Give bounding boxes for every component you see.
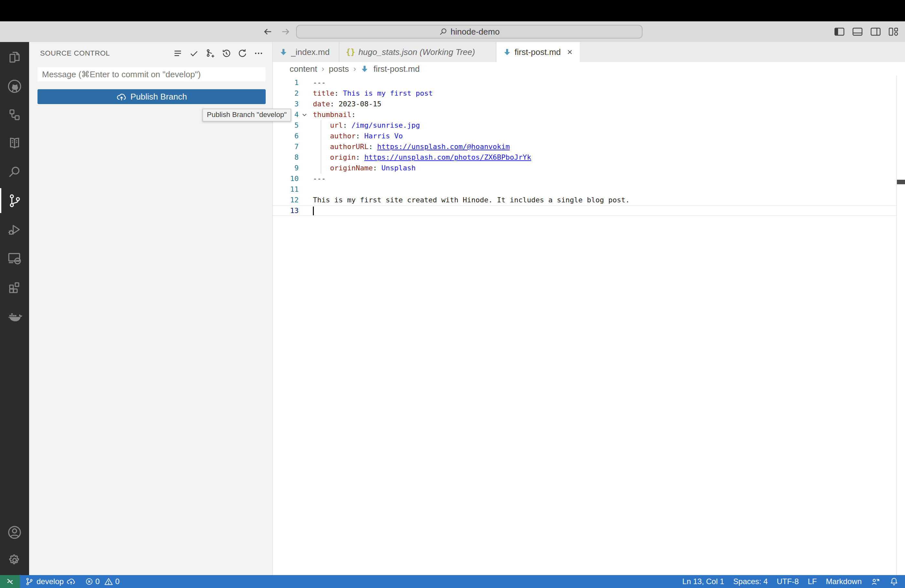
markdown-file-icon [279,48,287,56]
eol-status[interactable]: LF [808,577,817,586]
activity-account[interactable] [0,518,29,547]
problems-status-item[interactable]: 0 0 [85,577,119,586]
forward-arrow-icon[interactable] [281,27,291,37]
activity-docker[interactable] [0,302,29,331]
line-number: 12 [273,196,313,204]
commit-check-icon[interactable] [189,48,199,59]
back-arrow-icon[interactable] [262,27,273,37]
error-count: 0 [95,577,100,586]
command-center[interactable]: hinode-demo [296,25,643,38]
search-icon [439,27,447,36]
activity-explorer[interactable] [0,43,29,72]
sidebar-source-control: SOURCE CONTROL Publish Branch [29,42,273,575]
line-number: 2 [273,89,313,97]
refresh-icon[interactable] [237,48,248,59]
activity-docs[interactable] [0,129,29,157]
code-line[interactable]: 9 originName: Unsplash [273,163,897,173]
encoding-status[interactable]: UTF-8 [777,577,799,586]
tab-bar: _index.md {} hugo_stats.json (Working Tr… [273,42,905,62]
activity-hierarchy[interactable] [0,100,29,129]
tab-index-md[interactable]: _index.md [273,42,339,62]
error-icon [85,577,94,586]
publish-cloud-icon [66,577,76,586]
branch-status-item[interactable]: develop [25,577,76,586]
indentation-status[interactable]: Spaces: 4 [734,577,768,586]
code-line[interactable]: 2title: This is my first post [273,88,897,99]
code-line[interactable]: 11 [273,184,897,195]
publish-branch-button[interactable]: Publish Branch [38,89,266,104]
breadcrumb-folder[interactable]: content [290,64,317,74]
publish-branch-tooltip: Publish Branch "develop" [202,109,291,122]
breadcrumb: content › posts › first-post.md [273,62,905,76]
activity-remote-explorer[interactable] [0,244,29,272]
code-line[interactable]: 10--- [273,173,897,184]
activity-source-control[interactable] [0,186,29,215]
code-line[interactable]: 8 origin: https://unsplash.com/photos/ZX… [273,152,897,163]
view-as-list-icon[interactable] [173,48,183,59]
code-line[interactable]: 7 authorURL: https://unsplash.com/@hoanv… [273,141,897,152]
source-control-header: SOURCE CONTROL [29,42,272,65]
activity-github[interactable] [0,72,29,100]
markdown-file-icon [503,48,511,56]
line-number: 5 [273,121,313,129]
breadcrumb-folder[interactable]: posts [329,64,349,74]
overview-ruler-border [896,76,897,575]
activity-settings[interactable] [0,546,29,574]
language-mode-status[interactable]: Markdown [826,577,862,586]
commit-message-input[interactable] [38,67,266,81]
warning-count: 0 [115,577,119,586]
feedback-icon[interactable] [871,577,880,586]
code-line[interactable]: 6 author: Harris Vo [273,130,897,141]
line-number: 1 [273,79,313,87]
activity-run-debug[interactable] [0,215,29,244]
notifications-bell-icon[interactable] [889,577,899,586]
line-number: 3 [273,100,313,108]
git-branch-icon [25,577,34,586]
history-icon[interactable] [221,48,232,59]
toggle-panel-icon[interactable] [852,27,863,37]
chevron-right-icon: › [322,64,324,73]
tab-first-post-md[interactable]: first-post.md [497,42,581,62]
code-line[interactable]: 5 url: /img/sunrise.jpg [273,120,897,130]
activity-search[interactable] [0,158,29,186]
json-file-icon: {} [346,48,355,57]
text-cursor [313,207,314,215]
command-center-label: hinode-demo [451,27,500,37]
branch-create-icon[interactable] [205,48,215,59]
close-tab-icon[interactable] [566,48,573,56]
warning-icon [104,577,113,586]
activity-bar [0,42,29,575]
more-actions-icon[interactable] [253,48,264,59]
nav-arrows [262,21,291,42]
branch-name: develop [37,577,64,586]
breadcrumb-file[interactable]: first-post.md [373,64,419,74]
markdown-file-icon [360,65,369,73]
toggle-secondary-sidebar-icon[interactable] [870,27,881,37]
title-bar: hinode-demo [0,21,905,42]
vscode-window: hinode-demo [0,0,905,588]
code-line[interactable]: 12This is my first site created with Hin… [273,195,897,205]
remote-indicator[interactable] [0,575,20,588]
indent-guide [321,120,321,173]
tab-hugo-stats-json[interactable]: {} hugo_stats.json (Working Tree) [339,42,497,62]
code-lines: 1---2title: This is my first post3date: … [273,77,905,216]
cursor-position-status[interactable]: Ln 13, Col 1 [682,577,724,586]
line-number: 10 [273,175,313,183]
window-top-strip [0,0,905,21]
titlebar-layout-controls [834,21,899,42]
chevron-right-icon: › [353,64,356,73]
code-area[interactable]: 1---2title: This is my first post3date: … [273,76,905,575]
code-line[interactable]: 1--- [273,77,897,88]
toggle-sidebar-icon[interactable] [834,27,845,37]
line-number: 13 [273,207,313,215]
code-line[interactable]: 13 [273,205,897,216]
line-number: 11 [273,185,313,193]
overview-ruler-cursor-mark [897,180,905,184]
code-line[interactable]: 4thumbnail: [273,109,897,120]
activity-extensions[interactable] [0,273,29,302]
line-number: 7 [273,143,313,151]
code-line[interactable]: 3date: 2023-08-15 [273,99,897,109]
customize-layout-icon[interactable] [888,27,899,37]
fold-chevron-icon[interactable] [300,110,309,120]
line-number: 9 [273,164,313,172]
